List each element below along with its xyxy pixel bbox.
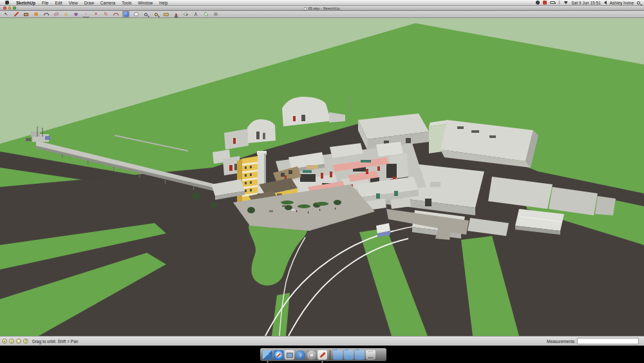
model-info-tool-icon[interactable] [213, 11, 220, 17]
finder-icon[interactable] [263, 350, 272, 360]
circle-tool-icon[interactable] [33, 11, 40, 17]
model-scene [0, 18, 644, 336]
itunes-icon[interactable]: ♪ [296, 350, 305, 360]
system-preferences-icon[interactable] [307, 350, 316, 360]
folder-icon[interactable] [355, 350, 365, 360]
menu-view[interactable]: View [66, 0, 81, 6]
move-tool-icon[interactable]: + [93, 11, 100, 17]
measurements-label: Measurements [547, 339, 574, 344]
orbit-tool-icon[interactable] [122, 11, 129, 17]
info-icon[interactable]: i [9, 338, 14, 344]
document-icon [304, 7, 307, 10]
running-indicator [321, 361, 323, 362]
help-icon[interactable]: ? [23, 338, 28, 344]
push-pull-tool-icon[interactable]: ↑ [82, 11, 90, 17]
menu-file[interactable]: File [39, 0, 52, 6]
spotlight-icon[interactable] [637, 1, 640, 5]
offset-tool-icon[interactable] [113, 11, 120, 17]
geolocation-icon[interactable]: ◐ [2, 338, 7, 344]
zoom-extents-tool-icon[interactable] [153, 11, 160, 17]
dock-divider [330, 350, 330, 360]
dock: ♪ [260, 348, 386, 361]
running-indicator [267, 361, 269, 362]
menubar-user[interactable]: Ashley Irvine [610, 1, 634, 5]
screen: SketchUp File Edit View Draw Camera Tool… [0, 0, 644, 363]
measurements-input[interactable] [577, 338, 639, 344]
time-machine-icon[interactable] [536, 1, 540, 5]
select-tool-icon[interactable]: ↖ [3, 11, 10, 17]
arc-tool-icon[interactable] [43, 11, 50, 17]
menu-draw[interactable]: Draw [81, 0, 97, 6]
walk-tool-icon[interactable] [193, 11, 200, 17]
battery-icon[interactable] [550, 1, 555, 4]
menu-tools[interactable]: Tools [118, 0, 135, 6]
rotate-tool-icon[interactable]: ↻ [102, 11, 109, 17]
previous-view-tool-icon[interactable] [162, 11, 169, 17]
preview-icon[interactable] [285, 350, 294, 360]
position-camera-tool-icon[interactable] [173, 11, 180, 17]
statusbar: ◐ i ? Drag to orbit. Shift = Pan Measure… [0, 336, 644, 346]
eraser-tool-icon[interactable] [53, 11, 60, 17]
sketchup-dock-icon[interactable] [317, 350, 327, 360]
menu-edit[interactable]: Edit [52, 0, 65, 6]
folder-icon[interactable] [344, 350, 354, 360]
status-indicator-icon[interactable] [543, 1, 547, 5]
menu-sketchup[interactable]: SketchUp [13, 0, 39, 6]
menu-camera[interactable]: Camera [97, 0, 118, 6]
3d-viewport[interactable] [0, 18, 644, 336]
line-tool-icon[interactable] [13, 11, 20, 17]
apple-menu-icon[interactable] [5, 1, 9, 5]
status-hint: Drag to orbit. Shift = Pan [32, 339, 78, 344]
safari-icon[interactable] [274, 350, 283, 360]
folder-icon[interactable] [333, 350, 343, 360]
bluetooth-icon[interactable]: ᛒ [558, 1, 561, 5]
toolbar: ↖ ↑ + ↻ [0, 11, 644, 18]
desktop: ♪ [0, 346, 644, 363]
zoom-tool-icon[interactable] [142, 11, 149, 17]
credits-icon[interactable] [16, 338, 21, 344]
window-title: 05.skp - SketchUp [0, 6, 644, 10]
pan-tool-icon[interactable] [133, 11, 140, 17]
menu-window[interactable]: Window [135, 0, 156, 6]
menu-help[interactable]: Help [156, 0, 171, 6]
window-titlebar[interactable]: 05.skp - SketchUp [0, 6, 644, 11]
volume-icon[interactable] [604, 1, 607, 5]
tape-measure-tool-icon[interactable] [62, 11, 70, 17]
menubar: SketchUp File Edit View Draw Camera Tool… [0, 0, 644, 6]
menubar-clock[interactable]: Sat 9 Jun 15:51 [571, 1, 601, 5]
rectangle-tool-icon[interactable] [23, 11, 30, 17]
paint-bucket-tool-icon[interactable] [73, 11, 80, 17]
look-around-tool-icon[interactable] [182, 11, 189, 17]
section-plane-tool-icon[interactable] [202, 11, 209, 17]
trash-icon[interactable] [366, 350, 375, 360]
wifi-icon[interactable] [564, 1, 568, 5]
